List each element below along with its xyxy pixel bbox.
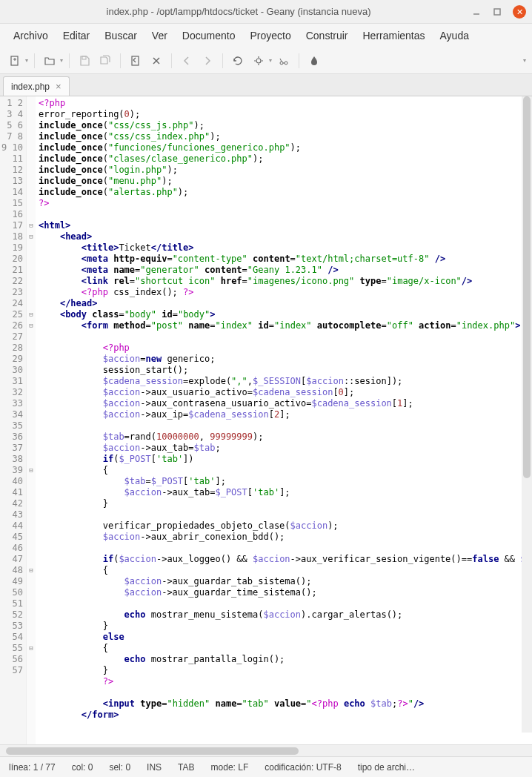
svg-rect-1 <box>494 9 500 15</box>
editor: 1 2 3 4 5 6 7 8 9 10 11 12 13 14 15 16 1… <box>0 96 532 744</box>
toolbar-separator <box>120 53 121 68</box>
line-number-gutter: 1 2 3 4 5 6 7 8 9 10 11 12 13 14 15 16 1… <box>0 96 27 744</box>
menu-archivo[interactable]: Archivo <box>7 27 54 44</box>
new-file-icon[interactable] <box>6 52 24 70</box>
menu-editar[interactable]: Editar <box>57 27 96 44</box>
status-encoding: codificación: UTF-8 <box>265 762 341 773</box>
status-sel: sel: 0 <box>109 762 130 773</box>
status-filetype: tipo de archi… <box>358 762 415 773</box>
horizontal-scrollbar-thumb[interactable] <box>6 747 299 755</box>
minimize-button[interactable] <box>471 7 482 17</box>
status-mode: mode: LF <box>211 762 249 773</box>
window-controls: ✕ <box>471 5 526 19</box>
vertical-scrollbar[interactable] <box>522 96 532 733</box>
tabbar: index.php × <box>0 74 532 96</box>
menu-documento[interactable]: Documento <box>176 27 242 44</box>
menu-ver[interactable]: Ver <box>146 27 173 44</box>
svg-point-9 <box>256 59 261 63</box>
statusbar: línea: 1 / 77 col: 0 sel: 0 INS TAB mode… <box>0 756 532 777</box>
svg-line-17 <box>280 59 282 62</box>
color-icon[interactable] <box>305 52 323 70</box>
close-button[interactable]: ✕ <box>513 5 526 19</box>
save-icon[interactable] <box>76 52 93 70</box>
svg-point-15 <box>285 62 287 65</box>
maximize-button[interactable] <box>492 7 502 17</box>
toolbar-separator <box>34 53 35 68</box>
save-all-icon[interactable] <box>96 52 114 70</box>
dropdown-icon[interactable]: ▾ <box>25 57 28 64</box>
toolbar-separator <box>69 53 70 68</box>
vertical-scrollbar-thumb[interactable] <box>523 96 531 478</box>
dropdown-icon[interactable]: ▾ <box>269 57 272 64</box>
status-col: col: 0 <box>72 762 93 773</box>
tab-close-icon[interactable]: × <box>56 81 61 92</box>
status-ins: INS <box>147 762 162 773</box>
status-tab: TAB <box>178 762 194 773</box>
dropdown-icon[interactable]: ▾ <box>523 57 526 64</box>
horizontal-scrollbar[interactable] <box>0 744 532 756</box>
nav-forward-icon[interactable] <box>199 52 216 70</box>
code-area[interactable]: <?phperror_reporting(0);include_once("cs… <box>36 96 532 744</box>
menu-buscar[interactable]: Buscar <box>99 27 143 44</box>
compile-icon[interactable] <box>229 52 247 70</box>
nav-back-icon[interactable] <box>178 52 196 70</box>
revert-icon[interactable] <box>127 52 144 70</box>
menu-herramientas[interactable]: Herramientas <box>357 27 431 44</box>
menu-ayuda[interactable]: Ayuda <box>434 27 475 44</box>
tab-label: index.php <box>11 82 50 92</box>
svg-point-14 <box>280 62 283 65</box>
dropdown-icon[interactable]: ▾ <box>60 57 63 64</box>
run-icon[interactable] <box>275 52 293 70</box>
toolbar-separator <box>222 53 223 68</box>
toolbar-separator <box>299 53 299 68</box>
fold-column[interactable]: ⊟⊟⊟⊟⊟⊟⊟ <box>27 96 36 744</box>
menubar: Archivo Editar Buscar Ver Documento Proy… <box>0 24 532 47</box>
menu-construir[interactable]: Construir <box>300 27 354 44</box>
toolbar: ▾ ▾ ▾ ▾ <box>0 47 532 74</box>
build-icon[interactable] <box>250 52 267 70</box>
menu-proyecto[interactable]: Proyecto <box>244 27 296 44</box>
file-tab[interactable]: index.php × <box>3 76 70 96</box>
window-title: index.php - /opt/lampp/htdocs/ticket - G… <box>6 6 471 17</box>
close-file-icon[interactable] <box>147 52 165 70</box>
status-line: línea: 1 / 77 <box>9 762 56 773</box>
titlebar: index.php - /opt/lampp/htdocs/ticket - G… <box>0 0 532 24</box>
open-file-icon[interactable] <box>41 52 59 70</box>
toolbar-separator <box>171 53 172 68</box>
